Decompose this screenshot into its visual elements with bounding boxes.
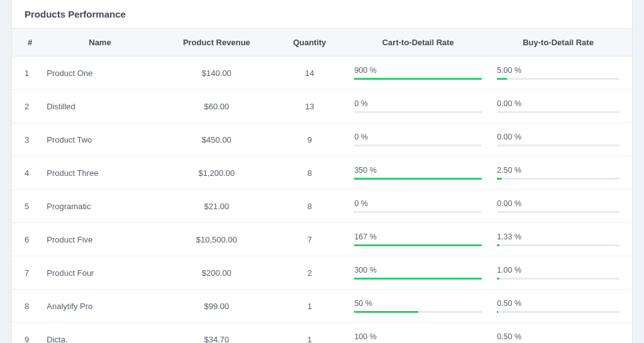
cell-num: 1 [12,57,43,90]
cell-cart-rate: 50 % [347,290,489,323]
col-header-buy[interactable]: Buy-to-Detail Rate [489,29,632,57]
cart-rate-value: 900 % [354,66,482,75]
cell-cart-rate: 300 % [347,256,489,290]
cart-rate-value: 100 % [354,332,482,341]
cell-quantity: 2 [272,256,347,290]
cart-rate-bar [354,244,482,246]
col-header-cart[interactable]: Cart-to-Detail Rate [347,29,489,57]
cell-num: 6 [12,223,43,256]
cell-name: Product Four [43,256,160,290]
buy-rate-value: 0.00 % [497,99,619,108]
cell-quantity: 8 [272,190,347,223]
cell-cart-rate: 100 % [347,323,489,344]
buy-rate-bar [497,178,619,180]
table-row: 5Programatic$21.0080 %0.00 % [12,190,632,223]
cell-cart-rate: 0 % [347,190,489,223]
buy-rate-value: 1.33 % [497,232,619,241]
cell-buy-rate: 0.00 % [489,90,632,123]
cell-revenue: $99.00 [161,290,272,323]
table-row: 9Dicta.$34.701100 %0.50 % [12,323,632,344]
buy-rate-value: 0.50 % [497,332,619,341]
col-header-qty[interactable]: Quantity [272,29,347,57]
cell-buy-rate: 0.00 % [489,123,632,156]
buy-rate-bar [497,244,619,246]
cell-quantity: 7 [272,223,347,256]
cell-num: 7 [12,256,43,290]
products-table: # Name Product Revenue Quantity Cart-to-… [12,28,632,343]
buy-rate-bar [497,311,619,313]
cell-quantity: 1 [272,290,347,323]
buy-rate-bar [497,211,619,213]
cell-revenue: $21.00 [161,190,272,223]
cell-cart-rate: 900 % [347,57,489,90]
col-header-num[interactable]: # [12,29,43,57]
buy-rate-value: 2.50 % [497,166,619,175]
col-header-revenue[interactable]: Product Revenue [161,29,272,57]
table-row: 4Product Three$1,200.008350 %2.50 % [12,156,632,190]
cell-revenue: $140.00 [161,57,272,90]
buy-rate-value: 0.00 % [497,199,619,208]
table-row: 3Product Two$450.0090 %0.00 % [12,123,632,156]
cell-quantity: 9 [272,123,347,156]
buy-rate-bar [497,144,619,146]
cell-cart-rate: 350 % [347,156,489,190]
cell-quantity: 13 [272,90,347,123]
buy-rate-value: 0.50 % [497,299,619,308]
cart-rate-value: 0 % [354,99,482,108]
cart-rate-value: 0 % [354,199,482,208]
card-title: Products Performance [12,0,632,28]
products-performance-card: Products Performance # Name Product Reve… [11,0,633,343]
cell-quantity: 14 [272,57,347,90]
cart-rate-bar [354,78,482,80]
cell-num: 2 [12,90,43,123]
cell-num: 8 [12,290,43,323]
cell-num: 9 [12,323,43,344]
cell-quantity: 8 [272,156,347,190]
cart-rate-bar [354,278,482,280]
cell-buy-rate: 0.00 % [489,190,632,223]
cell-name: Product One [43,57,160,90]
cell-num: 5 [12,190,43,223]
cell-revenue: $60.00 [161,90,272,123]
cell-revenue: $200.00 [161,256,272,290]
cell-name: Product Five [43,223,160,256]
buy-rate-value: 5.00 % [497,66,619,75]
cell-buy-rate: 1.00 % [489,256,632,290]
table-row: 7Product Four$200.002300 %1.00 % [12,256,632,290]
cart-rate-value: 0 % [354,133,482,141]
cell-revenue: $10,500.00 [161,223,272,256]
table-row: 2Distilled$60.00130 %0.00 % [12,90,632,123]
cell-name: Distilled [43,90,160,123]
cell-name: Product Three [43,156,160,190]
cell-name: Analytify Pro [43,290,160,323]
cart-rate-value: 350 % [354,166,482,175]
buy-rate-bar [497,78,619,80]
buy-rate-value: 1.00 % [497,266,619,275]
cell-buy-rate: 2.50 % [489,156,632,190]
cart-rate-bar [354,144,482,146]
table-row: 6Product Five$10,500.007167 %1.33 % [12,223,632,256]
cell-name: Programatic [43,190,160,223]
table-header-row: # Name Product Revenue Quantity Cart-to-… [12,29,632,57]
cart-rate-bar [354,111,482,113]
cell-cart-rate: 167 % [347,223,489,256]
cell-revenue: $1,200.00 [161,156,272,190]
cell-name: Product Two [43,123,160,156]
cell-cart-rate: 0 % [347,90,489,123]
cell-num: 4 [12,156,43,190]
cell-buy-rate: 5.00 % [489,57,632,90]
cart-rate-value: 167 % [354,232,482,241]
cell-cart-rate: 0 % [347,123,489,156]
buy-rate-bar [497,278,619,280]
buy-rate-value: 0.00 % [497,133,619,141]
cell-buy-rate: 0.50 % [489,290,632,323]
cell-revenue: $34.70 [161,323,272,344]
cell-quantity: 1 [272,323,347,344]
cell-revenue: $450.00 [161,123,272,156]
col-header-name[interactable]: Name [43,29,160,57]
cell-num: 3 [12,123,43,156]
cell-buy-rate: 0.50 % [489,323,632,344]
cart-rate-value: 50 % [354,299,482,308]
cart-rate-bar [354,211,482,213]
cart-rate-value: 300 % [354,266,482,275]
